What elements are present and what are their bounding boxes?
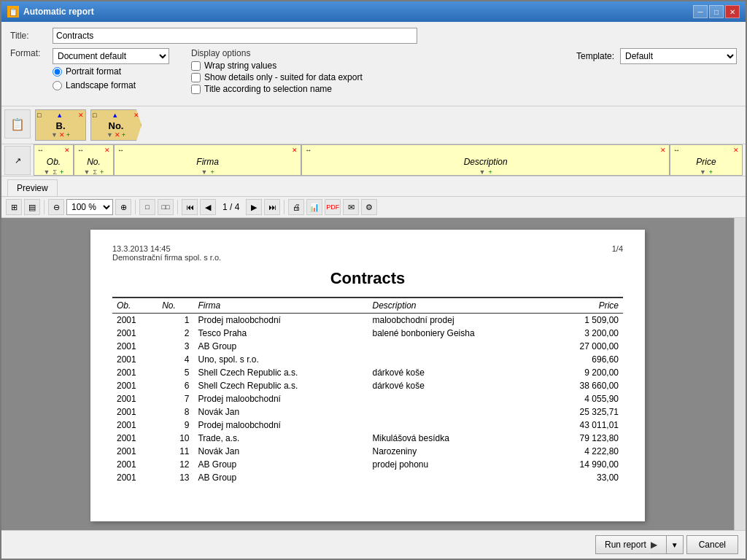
cell-no: 2	[158, 327, 193, 340]
cell-no: 10	[158, 432, 193, 445]
cell-no: 5	[158, 366, 193, 379]
table-row: 2001 9 Prodej maloobchodní 43 011,01	[112, 419, 623, 432]
cell-desc	[368, 405, 546, 419]
table-view-btn[interactable]: ▤	[24, 199, 40, 215]
cell-ob: 2001	[112, 458, 158, 471]
title-selection-checkbox[interactable]	[191, 85, 201, 94]
cell-desc	[368, 471, 546, 484]
window-title: Automatic report	[23, 7, 94, 17]
cell-ob: 2001	[112, 327, 158, 340]
cell-no: 3	[158, 340, 193, 353]
last-page-btn[interactable]: ⏭	[264, 199, 280, 215]
scrollbar[interactable]	[734, 218, 746, 530]
save-pdf-btn[interactable]: PDF	[325, 199, 341, 215]
col-ob-label: Ob.	[47, 157, 61, 167]
show-details-row: Show details only - suited for data expo…	[191, 72, 363, 82]
cell-price: 33,00	[546, 471, 623, 484]
table-row: 2001 8 Novák Jan 25 325,71	[112, 405, 623, 419]
zoom-in-btn[interactable]: ⊕	[115, 199, 131, 215]
cell-ob: 2001	[112, 366, 158, 379]
col-desc-top: ↔ ✕	[305, 147, 666, 154]
zoom-out-btn[interactable]: ⊖	[48, 199, 64, 215]
wrap-string-checkbox[interactable]	[191, 61, 201, 71]
cell-no: 6	[158, 379, 193, 392]
sep1	[44, 200, 44, 214]
prev-page-btn[interactable]: ◀	[200, 199, 216, 215]
show-details-checkbox[interactable]	[191, 73, 201, 82]
app-icon: 📋	[7, 6, 19, 18]
col-detail-icon[interactable]: ↗	[4, 146, 31, 175]
col-no-bottom: ▼ ✕ +	[107, 131, 125, 139]
cell-desc	[368, 392, 546, 405]
cell-firma: Shell Czech Republic a.s.	[193, 379, 368, 392]
cell-no: 7	[158, 392, 193, 405]
print-btn[interactable]: 🖨	[288, 199, 304, 215]
col-detail-firma[interactable]: ↔ ✕ Firma ▼ +	[114, 144, 301, 176]
col-header-no: No.	[158, 298, 193, 314]
landscape-radio[interactable]	[53, 81, 62, 90]
zoom-select[interactable]: 100 % 75 % 50 % 150 %	[66, 199, 113, 215]
col-detail-price[interactable]: ↔ ✕ Price ▼ +	[670, 144, 743, 176]
cancel-button[interactable]: Cancel	[686, 535, 738, 554]
format-select[interactable]: Document default Portrait Landscape	[53, 48, 169, 64]
portrait-radio[interactable]	[53, 67, 62, 77]
cell-firma: Shell Czech Republic a.s.	[193, 366, 368, 379]
table-row: 2001 1 Prodej maloobchodní maloobchodní …	[112, 314, 623, 327]
col-block-b[interactable]: □ ▲ ✕ B. ▼ ✕ +	[35, 109, 86, 141]
table-row: 2001 2 Tesco Praha balené bonboniery Gei…	[112, 327, 623, 340]
cell-desc	[368, 340, 546, 353]
run-report-button[interactable]: Run report ▶ ▼	[595, 535, 684, 554]
template-select[interactable]: Default	[620, 48, 737, 64]
cell-no: 13	[158, 471, 193, 484]
col-detail-no[interactable]: ↔ ✕ No. ▼ Σ +	[74, 144, 114, 176]
format-left: Document default Portrait Landscape Port…	[53, 48, 169, 92]
next-page-btn[interactable]: ▶	[246, 199, 262, 215]
format-label: Format:	[10, 48, 45, 58]
title-input[interactable]	[53, 28, 417, 44]
cell-price: 696,60	[546, 353, 623, 366]
sep4	[284, 200, 285, 214]
col-detail-description[interactable]: ↔ ✕ Description ▼ +	[301, 144, 670, 176]
col-ob-bottom: ▼ Σ +	[44, 168, 64, 176]
cell-firma: AB Group	[193, 471, 368, 484]
title-selection-label: Title according to selection name	[204, 84, 332, 94]
title-bar-left: 📋 Automatic report	[7, 6, 94, 18]
cell-ob: 2001	[112, 445, 158, 458]
cell-no: 4	[158, 353, 193, 366]
cell-ob: 2001	[112, 471, 158, 484]
cell-desc	[368, 419, 546, 432]
cell-desc: maloobchodní prodej	[368, 314, 546, 327]
toolbar-group-icon[interactable]: 📋	[4, 109, 31, 139]
close-button[interactable]: ✕	[725, 5, 740, 18]
minimize-button[interactable]: ─	[693, 5, 708, 18]
first-page-btn[interactable]: ⏮	[182, 199, 198, 215]
restore-button[interactable]: □	[709, 5, 724, 18]
cell-firma: Novák Jan	[193, 405, 368, 419]
preview-scroll[interactable]: 13.3.2013 14:45 Demonstrační firma spol.…	[1, 218, 734, 530]
cell-no: 9	[158, 419, 193, 432]
col-block-no[interactable]: □ ▲ ✕ No. ▼ ✕ +	[90, 109, 142, 141]
col-details-toolbar: ↗ ↔ ✕ Ob. ▼ Σ + ↔ ✕ No. ▼ Σ +	[1, 144, 746, 176]
col-header-price: Price	[546, 298, 623, 314]
col-firma-top: ↔ ✕	[117, 147, 298, 154]
single-page-btn[interactable]: □	[139, 199, 155, 215]
display-options-title: Display options	[191, 48, 363, 58]
sep3	[177, 200, 178, 214]
email-btn[interactable]: ✉	[343, 199, 359, 215]
table-row: 2001 10 Trade, a.s. Mikulášová besídka 7…	[112, 432, 623, 445]
thumbnail-view-btn[interactable]: ⊞	[6, 199, 22, 215]
cell-price: 79 123,80	[546, 432, 623, 445]
preview-toolbar: ⊞ ▤ ⊖ 100 % 75 % 50 % 150 % ⊕ □ □□ ⏮ ◀ 1…	[1, 196, 746, 218]
report-table: Ob. No. Firma Description Price 2001 1 P…	[112, 297, 623, 484]
col-header-firma: Firma	[193, 298, 368, 314]
template-label: Template:	[576, 51, 614, 61]
settings-btn[interactable]: ⚙	[361, 199, 377, 215]
preview-tab[interactable]: Preview	[7, 179, 58, 196]
cell-price: 43 011,01	[546, 419, 623, 432]
export-btn[interactable]: 📊	[306, 199, 322, 215]
two-page-btn[interactable]: □□	[158, 199, 174, 215]
cell-desc	[368, 353, 546, 366]
run-report-dropdown-icon[interactable]: ▼	[667, 536, 683, 553]
col-detail-ob[interactable]: ↔ ✕ Ob. ▼ Σ +	[34, 144, 74, 176]
columns-toolbar: 📋 □ ▲ ✕ B. ▼ ✕ + □ ▲ ✕ No.	[1, 106, 746, 144]
